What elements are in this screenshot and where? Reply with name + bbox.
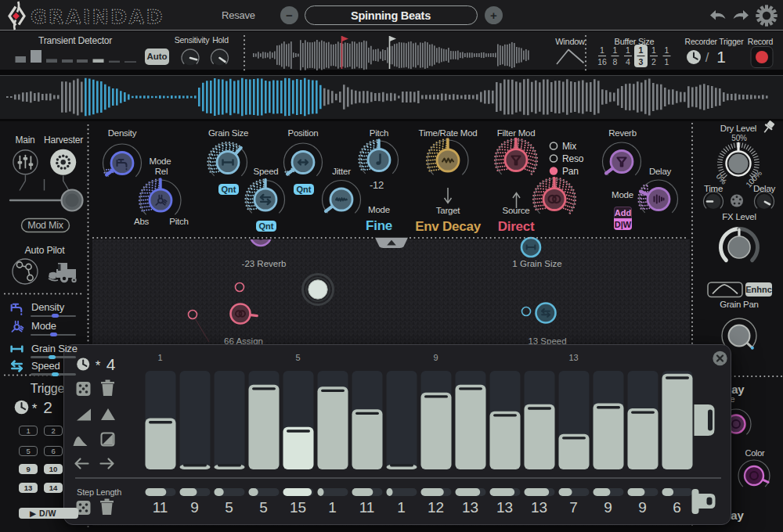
mod-mix-label[interactable]: Mod Mix [27, 221, 63, 231]
waveform-thumbnail[interactable] [253, 40, 529, 70]
qnt-button-1[interactable]: Qnt [294, 184, 314, 195]
pitch-mode-value[interactable]: Fine [366, 219, 392, 232]
step-length-pill-10[interactable] [455, 488, 485, 496]
step-length-pill-12[interactable] [524, 488, 554, 496]
seq-clock-icon[interactable] [77, 358, 89, 371]
step-length-pill-11[interactable] [489, 488, 520, 496]
preset-previous-button[interactable]: − [280, 6, 298, 24]
mod-slider-swaparrows[interactable] [31, 373, 76, 376]
seq-tool-tri-outline[interactable] [77, 409, 91, 421]
seq-bar-3[interactable] [214, 371, 244, 469]
target-value[interactable]: Env Decay [415, 220, 481, 233]
seq-bar-5[interactable] [283, 371, 313, 469]
seq-bar-16[interactable] [662, 371, 692, 469]
waveform-display[interactable] [6, 78, 768, 117]
radio-label-mix[interactable]: Mix [562, 142, 576, 151]
step-length-value-8[interactable]: 1 [397, 499, 406, 516]
auto-button[interactable]: Auto [145, 49, 169, 65]
settings-gear-icon[interactable] [756, 5, 777, 26]
seq-bar-10[interactable] [455, 371, 485, 469]
step-length-master-handle[interactable] [691, 489, 715, 514]
seq-mult-value[interactable]: 4 [106, 356, 115, 372]
step-length-value-9[interactable]: 12 [428, 499, 444, 516]
dry-wet-preview-button[interactable]: ▶ D/W [19, 508, 78, 519]
auto-pilot-harvester-button[interactable] [49, 263, 77, 282]
window-shape-button[interactable] [708, 282, 742, 297]
seq-bar-13[interactable] [558, 371, 589, 469]
seq-bar-8[interactable] [386, 371, 417, 469]
step-length-pill-7[interactable] [352, 488, 382, 496]
seq-bar-11[interactable] [489, 371, 520, 469]
step-length-pill-15[interactable] [627, 488, 658, 496]
seq-tool-hill[interactable] [73, 437, 87, 446]
mod-slider-handle[interactable] [50, 332, 57, 336]
step-length-value-15[interactable]: 9 [638, 499, 647, 516]
buffer-size-option[interactable]: 18 [612, 45, 619, 66]
buffer-size-option[interactable]: 11 [663, 45, 671, 66]
step-length-value-1[interactable]: 11 [153, 499, 168, 516]
resave-button[interactable]: Resave [222, 10, 255, 20]
seq-bar-6[interactable] [317, 371, 348, 469]
seq-bar-1[interactable] [145, 371, 175, 469]
redo-button[interactable] [734, 10, 749, 20]
seq-bar-15[interactable] [627, 371, 658, 469]
step-length-value-14[interactable]: 9 [604, 499, 612, 516]
mod-slider-faucet[interactable] [31, 315, 76, 318]
seq-tool-half-square[interactable] [101, 433, 114, 446]
fx-mode-dw-badge[interactable]: D|W [614, 218, 632, 230]
step-length-value-7[interactable]: 11 [359, 499, 375, 516]
fx-time-knob[interactable] [704, 192, 723, 209]
radio-label-reso[interactable]: Reso [562, 154, 583, 164]
step-length-pill-1[interactable] [145, 488, 175, 496]
step-length-value-16[interactable]: 6 [673, 499, 681, 516]
fx-mode-add-badge[interactable]: Add [614, 207, 632, 218]
trigger-mult-value[interactable]: 2 [43, 399, 52, 415]
seq-bar-12[interactable] [524, 371, 554, 469]
buffer-size-option[interactable]: 12 [650, 45, 658, 66]
pad-node-speed[interactable] [536, 304, 556, 323]
pad-node-grain-size[interactable] [521, 238, 540, 257]
fx-delay-knob[interactable] [755, 192, 774, 209]
qnt-button-0[interactable]: Qnt [218, 184, 239, 195]
step-length-value-4[interactable]: 5 [259, 499, 268, 516]
harvester-source-button[interactable] [50, 149, 76, 175]
step-length-pill-5[interactable] [283, 488, 313, 496]
preset-name-label[interactable]: Spinning Beats [351, 10, 431, 22]
step-length-value-3[interactable]: 5 [225, 499, 233, 516]
step-length-pill-13[interactable] [558, 488, 589, 496]
trigger-step-10[interactable]: 10 [44, 464, 63, 474]
trigger-step-2[interactable]: 2 [44, 426, 63, 436]
seq-tool-trash[interactable] [101, 380, 114, 397]
step-length-pill-8[interactable] [386, 488, 417, 496]
seq-bar-4[interactable] [248, 371, 279, 469]
step-length-value-6[interactable]: 1 [328, 499, 337, 516]
sensitivity-knob[interactable] [182, 49, 199, 66]
seq-tool-tri-filled[interactable] [101, 408, 115, 420]
pin-icon[interactable] [761, 120, 776, 135]
mod-slider-dumbbell[interactable] [31, 356, 76, 358]
mod-slider-handle[interactable] [52, 314, 59, 318]
trigger-step-9[interactable]: 9 [19, 464, 38, 474]
loop-flag-white[interactable] [390, 36, 397, 69]
seq-bars-master-handle[interactable] [694, 404, 714, 436]
qnt-button-2[interactable]: Qnt [256, 221, 276, 232]
radio-pan[interactable] [550, 167, 557, 174]
seq-tool-arrow-left[interactable] [75, 459, 88, 469]
buffer-size-option[interactable]: 13 [634, 45, 648, 67]
record-button[interactable] [751, 47, 773, 68]
step-length-value-11[interactable]: 13 [496, 499, 513, 516]
delay-color-knob[interactable] [738, 460, 770, 487]
window-shape-icon[interactable] [557, 50, 584, 65]
mod-slider-handle[interactable] [52, 372, 59, 376]
step-length-value-10[interactable]: 13 [462, 499, 478, 516]
step-length-pill-3[interactable] [214, 488, 244, 496]
seq-bar-14[interactable] [593, 371, 623, 469]
step-length-value-13[interactable]: 7 [569, 499, 578, 516]
seq-bar-9[interactable] [420, 371, 451, 469]
main-source-button[interactable] [13, 150, 38, 174]
recorder-trigger-value[interactable]: 1 [716, 49, 725, 65]
pad-collapse-tab[interactable] [375, 238, 408, 248]
trigger-step-5[interactable]: 5 [19, 446, 38, 456]
radio-label-pan[interactable]: Pan [562, 167, 579, 176]
buffer-size-option[interactable]: 116 [597, 45, 607, 66]
